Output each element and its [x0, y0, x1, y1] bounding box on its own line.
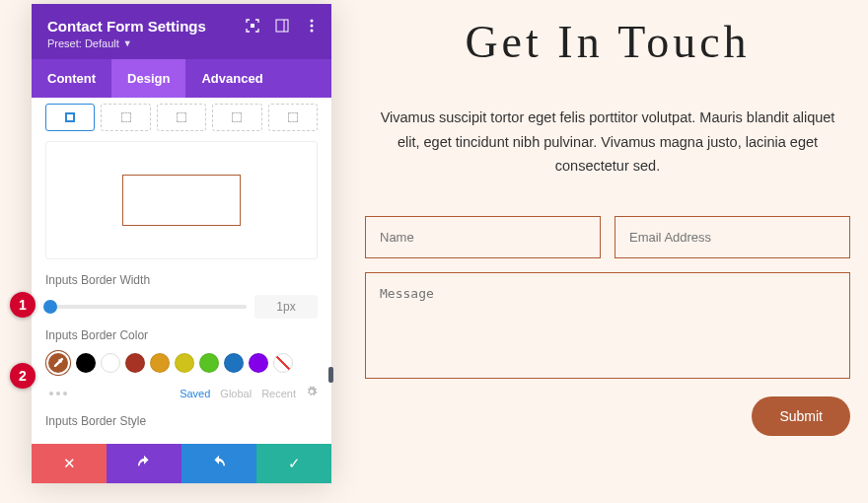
border-color-label: Inputs Border Color	[45, 328, 318, 342]
eyedropper-icon	[51, 356, 65, 370]
svg-rect-1	[276, 20, 288, 32]
tab-design[interactable]: Design	[111, 59, 185, 98]
tab-advanced[interactable]: Advanced	[185, 59, 278, 98]
email-field[interactable]	[615, 216, 850, 258]
saved-presets-row: Saved Global Recent	[45, 386, 318, 400]
submit-button[interactable]: Submit	[752, 396, 850, 436]
page-preview: Get In Touch Vivamus suscipit tortor ege…	[335, 0, 868, 503]
callout-1: 1	[10, 292, 36, 318]
focus-icon[interactable]	[245, 18, 260, 34]
callout-2: 2	[10, 363, 36, 389]
swatch-black[interactable]	[76, 353, 96, 373]
name-field[interactable]	[365, 216, 601, 258]
page-title: Get In Touch	[365, 16, 850, 68]
scroll-indicator[interactable]	[328, 367, 333, 383]
global-tab[interactable]: Global	[220, 388, 252, 399]
swatch-green[interactable]	[199, 353, 219, 373]
svg-point-4	[311, 25, 314, 28]
border-preview	[45, 141, 318, 259]
svg-point-3	[311, 20, 314, 23]
preset-selector[interactable]: Preset: Default ▼	[47, 37, 316, 49]
preset-label: Preset: Default	[47, 37, 119, 49]
svg-rect-0	[251, 24, 254, 28]
swatch-blue[interactable]	[224, 353, 244, 373]
border-side-left[interactable]	[268, 104, 318, 131]
swatch-white[interactable]	[101, 353, 120, 373]
recent-tab[interactable]: Recent	[261, 388, 296, 399]
redo-icon	[210, 455, 228, 472]
undo-icon	[135, 455, 153, 472]
chevron-down-icon: ▼	[123, 38, 132, 48]
preview-rect	[122, 175, 241, 226]
svg-point-5	[311, 30, 314, 33]
border-side-right[interactable]	[157, 104, 206, 131]
page-description: Vivamus suscipit tortor eget felis portt…	[365, 106, 850, 179]
border-side-selector	[45, 98, 318, 141]
action-bar: ✕ ✓	[32, 444, 331, 483]
ellipsis-icon[interactable]	[49, 392, 67, 395]
swatch-red[interactable]	[125, 353, 145, 373]
layout-icon[interactable]	[274, 18, 290, 34]
color-swatches	[45, 350, 318, 376]
swatch-none[interactable]	[273, 353, 293, 373]
border-style-label: Inputs Border Style	[45, 414, 318, 428]
border-side-top[interactable]	[101, 104, 150, 131]
slider-thumb[interactable]	[43, 300, 57, 314]
settings-panel: Contact Form Settings Preset: Default ▼	[32, 4, 331, 483]
panel-header: Contact Form Settings Preset: Default ▼	[32, 4, 331, 59]
swatch-eyedropper[interactable]	[45, 350, 71, 376]
border-width-value[interactable]: 1px	[254, 295, 318, 319]
tab-content[interactable]: Content	[32, 59, 111, 98]
undo-button[interactable]	[107, 444, 181, 483]
redo-button[interactable]	[181, 444, 256, 483]
border-width-slider[interactable]	[45, 305, 247, 309]
swatch-yellow[interactable]	[175, 353, 194, 373]
message-field[interactable]	[365, 272, 850, 379]
kebab-icon[interactable]	[304, 18, 320, 34]
border-side-all[interactable]	[45, 104, 95, 131]
gear-icon[interactable]	[306, 386, 318, 400]
confirm-button[interactable]: ✓	[256, 444, 331, 483]
saved-tab[interactable]: Saved	[180, 388, 210, 399]
close-button[interactable]: ✕	[32, 444, 107, 483]
border-side-bottom[interactable]	[212, 104, 261, 131]
panel-body: Inputs Border Width 1px Inputs Border Co…	[32, 98, 331, 444]
tabs: Content Design Advanced	[32, 59, 331, 98]
swatch-orange[interactable]	[150, 353, 170, 373]
border-width-label: Inputs Border Width	[45, 273, 318, 287]
swatch-purple[interactable]	[249, 353, 268, 373]
